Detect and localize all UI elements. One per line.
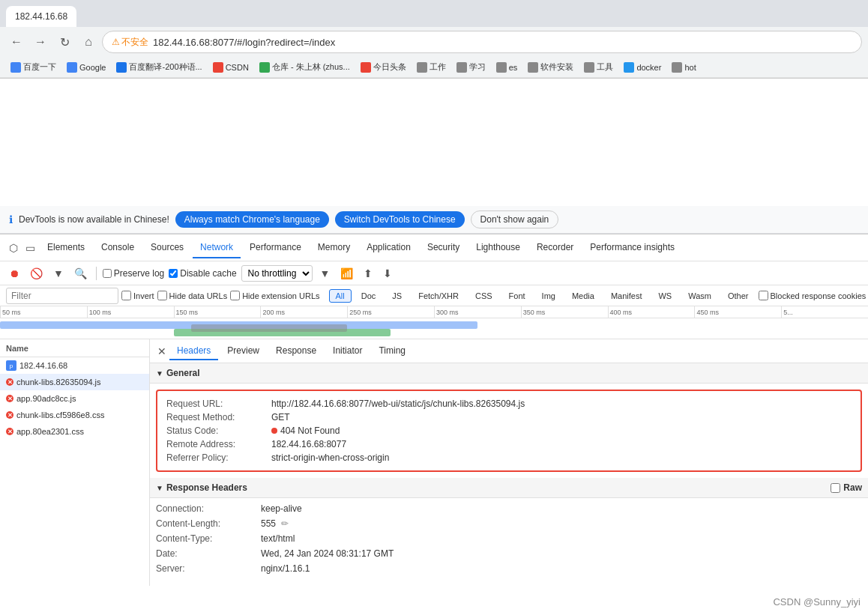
detail-tab-response[interactable]: Response — [268, 342, 324, 360]
bookmark-work[interactable]: 工作 — [412, 60, 450, 74]
timeline-bars — [0, 318, 868, 339]
forward-button[interactable]: → — [30, 31, 51, 52]
detail-tab-timing[interactable]: Timing — [371, 342, 413, 360]
bookmark-translate[interactable]: 百度翻译-200种语... — [112, 60, 206, 74]
filter-img[interactable]: Img — [535, 289, 562, 303]
bookmark-baidu[interactable]: 百度一下 — [6, 60, 61, 74]
hide-data-urls-checkbox[interactable] — [157, 291, 167, 300]
stop-recording-button[interactable]: ⏺ — [6, 264, 22, 282]
disable-cache-label[interactable]: Disable cache — [169, 268, 236, 279]
dont-show-again-button[interactable]: Don't show again — [471, 210, 559, 228]
devtools-inspect-icon[interactable]: ⬡ — [6, 239, 21, 257]
bookmark-icon-baidu — [10, 62, 21, 73]
invert-label[interactable]: Invert — [121, 291, 154, 300]
back-button[interactable]: ← — [6, 31, 27, 52]
bookmark-icon-google — [67, 62, 77, 73]
filter-fetch-xhr[interactable]: Fetch/XHR — [412, 289, 465, 303]
info-icon: ℹ — [9, 213, 13, 225]
detail-tab-initiator[interactable]: Initiator — [325, 342, 370, 360]
response-headers-section-header[interactable]: ▼ Response Headers Raw — [150, 478, 868, 498]
server-row: Server: nginx/1.16.1 — [156, 561, 862, 576]
detail-tab-headers[interactable]: Headers — [169, 342, 218, 360]
file-item-chunk-libs-js[interactable]: ✕ chunk-libs.82635094.js — [0, 374, 149, 390]
hide-ext-urls-label[interactable]: Hide extension URLs — [230, 291, 319, 300]
filter-manifest[interactable]: Manifest — [604, 289, 649, 303]
throttle-select[interactable]: No throttling — [241, 265, 313, 282]
reload-button[interactable]: ↻ — [54, 31, 75, 52]
filter-wasm[interactable]: Wasm — [681, 289, 718, 303]
clear-button[interactable]: 🚫 — [27, 264, 46, 282]
preserve-log-label[interactable]: Preserve log — [103, 268, 164, 279]
file-list-header: Name — [0, 339, 149, 357]
network-toolbar: ⏺ 🚫 ▼ 🔍 Preserve log Disable cache No th… — [0, 261, 868, 285]
file-item-chunk-libs-css[interactable]: ✕ chunk-libs.cf5986e8.css — [0, 407, 149, 423]
tab-recorder[interactable]: Recorder — [529, 237, 581, 258]
blocked-response-checkbox[interactable] — [759, 291, 768, 300]
tab-memory[interactable]: Memory — [310, 237, 358, 258]
filter-other[interactable]: Other — [721, 289, 756, 303]
nav-bar: ← → ↻ ⌂ ⚠ 不安全 182.44.16.68:8077/#/login?… — [0, 27, 868, 57]
filter-css[interactable]: CSS — [468, 289, 499, 303]
tab-console[interactable]: Console — [94, 237, 142, 258]
devtools: ⬡ ▭ Elements Console Sources Network Per… — [0, 234, 868, 586]
filter-icon-button[interactable]: ▼ — [50, 264, 67, 282]
throttle-dropdown-icon[interactable]: ▼ — [317, 264, 334, 282]
filter-doc[interactable]: Doc — [355, 289, 383, 303]
address-bar[interactable]: ⚠ 不安全 182.44.16.68:8077/#/login?redirect… — [102, 31, 862, 53]
wifi-icon[interactable]: 📶 — [337, 264, 356, 282]
response-headers-body: Connection: keep-alive Content-Length: 5… — [150, 498, 868, 579]
devtools-device-icon[interactable]: ▭ — [22, 239, 38, 257]
disable-cache-checkbox[interactable] — [169, 269, 178, 278]
filter-ws[interactable]: WS — [651, 289, 678, 303]
status-badge: 404 Not Found — [271, 425, 340, 436]
browser-chrome: 182.44.16.68 ← → ↻ ⌂ ⚠ 不安全 182.44.16.68:… — [0, 0, 868, 79]
close-detail-button[interactable]: ✕ — [156, 344, 168, 359]
bookmark-study[interactable]: 学习 — [452, 60, 490, 74]
detail-tab-preview[interactable]: Preview — [220, 342, 267, 360]
bookmark-google[interactable]: Google — [62, 61, 110, 74]
hide-ext-urls-checkbox[interactable] — [230, 291, 240, 300]
export-har-icon[interactable]: ⬆ — [361, 264, 376, 282]
tab-security[interactable]: Security — [420, 237, 467, 258]
bookmark-warehouse[interactable]: 仓库 - 朱上林 (zhus... — [255, 60, 355, 74]
ruler-400ms: 400 ms — [608, 306, 695, 318]
browser-tab[interactable]: 182.44.16.68 — [6, 6, 76, 27]
tab-network[interactable]: Network — [193, 237, 241, 258]
raw-checkbox-container[interactable]: Raw — [831, 482, 862, 493]
bookmark-icon-translate — [116, 62, 127, 73]
tab-lighthouse[interactable]: Lighthouse — [468, 237, 528, 258]
home-button[interactable]: ⌂ — [78, 31, 99, 52]
bookmark-es[interactable]: es — [492, 61, 522, 74]
match-language-button[interactable]: Always match Chrome's language — [175, 211, 329, 228]
edit-icon[interactable]: ✏ — [281, 518, 289, 529]
file-item-main[interactable]: p 182.44.16.68 — [0, 357, 149, 374]
bookmark-icon-docker — [624, 62, 634, 73]
filter-font[interactable]: Font — [502, 289, 532, 303]
invert-checkbox[interactable] — [121, 291, 131, 300]
general-section-header[interactable]: ▼ General — [150, 363, 868, 384]
preserve-log-checkbox[interactable] — [103, 269, 112, 278]
bookmark-hot[interactable]: hot — [667, 61, 700, 74]
bookmark-docker[interactable]: docker — [619, 61, 666, 74]
bookmark-toutiao[interactable]: 今日头条 — [356, 60, 411, 74]
filter-all[interactable]: All — [329, 289, 352, 303]
file-item-app-css[interactable]: ✕ app.80ea2301.css — [0, 423, 149, 440]
filter-js[interactable]: JS — [385, 289, 409, 303]
hide-data-urls-label[interactable]: Hide data URLs — [157, 291, 228, 300]
import-har-icon[interactable]: ⬇ — [380, 264, 395, 282]
tab-sources[interactable]: Sources — [143, 237, 191, 258]
filter-input[interactable] — [6, 288, 118, 304]
switch-chinese-button[interactable]: Switch DevTools to Chinese — [335, 211, 465, 228]
raw-checkbox[interactable] — [831, 483, 840, 493]
bookmark-csdn[interactable]: CSDN — [208, 61, 253, 74]
file-item-app-js[interactable]: ✕ app.90adc8cc.js — [0, 390, 149, 407]
search-button[interactable]: 🔍 — [71, 264, 90, 282]
bookmark-software[interactable]: 软件安装 — [523, 60, 578, 74]
bookmark-tools[interactable]: 工具 — [579, 60, 618, 74]
tab-application[interactable]: Application — [359, 237, 418, 258]
tab-elements[interactable]: Elements — [40, 237, 92, 258]
blocked-response-label[interactable]: Blocked response cookies — [759, 291, 867, 300]
tab-performance[interactable]: Performance — [242, 237, 309, 258]
tab-performance-insights[interactable]: Performance insights — [582, 237, 682, 258]
filter-media[interactable]: Media — [565, 289, 601, 303]
